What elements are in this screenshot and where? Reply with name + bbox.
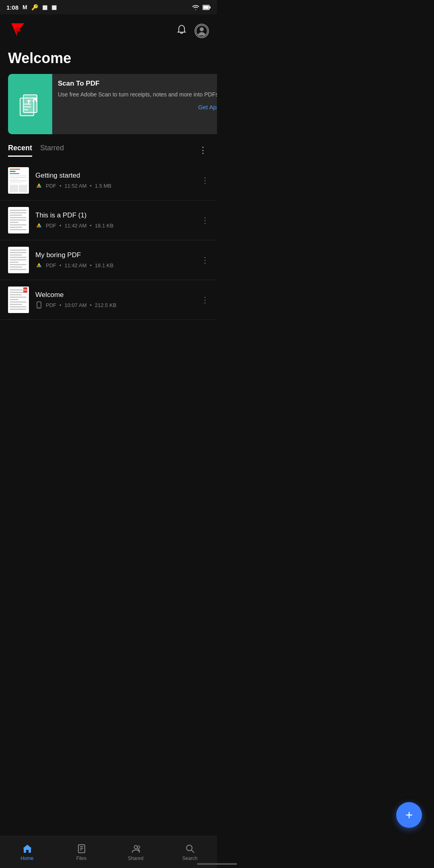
file-meta: PDF • 10:07 AM • 212.5 KB bbox=[35, 301, 197, 309]
file-name: Welcome bbox=[35, 291, 197, 299]
file-list: Getting started PDF • 11:52 AM • 1.5 MB … bbox=[0, 157, 217, 320]
promo-description: Use free Adobe Scan to turn receipts, no… bbox=[58, 91, 217, 99]
clock: 1:08 bbox=[6, 4, 18, 11]
file-time: 11:42 AM bbox=[65, 262, 87, 268]
wifi-icon bbox=[192, 4, 199, 10]
svg-rect-1 bbox=[210, 6, 211, 8]
file-size: 18.1 KB bbox=[95, 223, 113, 229]
file-item[interactable]: My boring PDF PDF • 11:42 AM • 18.1 KB ⋮ bbox=[0, 240, 217, 280]
file-size: 212.5 KB bbox=[95, 302, 117, 308]
welcome-title: Welcome bbox=[8, 50, 209, 67]
file-type: PDF bbox=[46, 302, 56, 308]
gmail-icon: M bbox=[23, 4, 27, 10]
header-actions bbox=[176, 24, 209, 38]
google-drive-icon bbox=[35, 262, 43, 269]
svg-point-14 bbox=[39, 307, 39, 308]
tab-starred[interactable]: Starred bbox=[40, 144, 64, 157]
notification-bell[interactable] bbox=[176, 24, 187, 38]
calendar-icon2: ▦ bbox=[51, 4, 57, 10]
file-type: PDF bbox=[46, 262, 56, 268]
file-info: My boring PDF PDF • 11:42 AM • 18.1 KB bbox=[35, 251, 197, 269]
app-header bbox=[0, 14, 217, 46]
file-time: 10:07 AM bbox=[65, 302, 87, 308]
file-item[interactable]: PDF Welcome PDF bbox=[0, 280, 217, 320]
file-info: Welcome PDF • 10:07 AM • 212.5 KB bbox=[35, 291, 197, 309]
file-meta: PDF • 11:52 AM • 1.5 MB bbox=[35, 182, 197, 189]
tabs-left: Recent Starred bbox=[8, 144, 64, 157]
file-thumbnail bbox=[8, 167, 29, 194]
promo-card-content: × Scan To PDF Use free Adobe Scan to tur… bbox=[52, 74, 217, 134]
file-more-button[interactable]: ⋮ bbox=[197, 295, 209, 305]
tab-recent[interactable]: Recent bbox=[8, 144, 32, 157]
file-type: PDF bbox=[46, 223, 56, 229]
svg-point-4 bbox=[200, 27, 204, 31]
tabs-section: Recent Starred ⋮ bbox=[0, 134, 217, 157]
promo-card-image bbox=[8, 74, 52, 134]
status-bar: 1:08 M 🔑 ▦ ▦ bbox=[0, 0, 217, 14]
file-size: 1.5 MB bbox=[95, 183, 111, 189]
file-info: Getting started PDF • 11:52 AM • 1.5 MB bbox=[35, 172, 197, 189]
tabs-more-button[interactable]: ⋮ bbox=[197, 145, 209, 156]
promo-close-button[interactable]: × bbox=[217, 78, 217, 86]
file-meta: PDF • 11:42 AM • 18.1 KB bbox=[35, 222, 197, 229]
file-name: This is a PDF (1) bbox=[35, 211, 197, 219]
key-icon: 🔑 bbox=[31, 4, 38, 10]
device-icon bbox=[35, 301, 43, 309]
file-time: 11:42 AM bbox=[65, 223, 87, 229]
file-more-button[interactable]: ⋮ bbox=[197, 176, 209, 185]
promo-card-scan[interactable]: × Scan To PDF Use free Adobe Scan to tur… bbox=[8, 74, 217, 134]
google-drive-icon bbox=[35, 182, 43, 189]
welcome-section: Welcome bbox=[0, 46, 217, 74]
svg-rect-2 bbox=[203, 6, 209, 9]
promo-title: Scan To PDF bbox=[58, 80, 217, 88]
adobe-logo bbox=[8, 20, 27, 42]
user-avatar[interactable] bbox=[194, 24, 209, 38]
file-meta: PDF • 11:42 AM • 18.1 KB bbox=[35, 262, 197, 269]
file-name: Getting started bbox=[35, 172, 197, 180]
file-type: PDF bbox=[46, 183, 56, 189]
file-item[interactable]: This is a PDF (1) PDF • 11:42 AM • 18.1 … bbox=[0, 201, 217, 240]
file-thumbnail bbox=[8, 207, 29, 233]
promo-row: × Scan To PDF Use free Adobe Scan to tur… bbox=[0, 74, 217, 134]
file-time: 11:52 AM bbox=[65, 183, 87, 189]
file-item[interactable]: Getting started PDF • 11:52 AM • 1.5 MB … bbox=[0, 161, 217, 201]
file-name: My boring PDF bbox=[35, 251, 197, 259]
google-drive-icon bbox=[35, 222, 43, 229]
calendar-icon1: ▦ bbox=[42, 4, 47, 10]
file-thumbnail bbox=[8, 247, 29, 273]
file-thumbnail: PDF bbox=[8, 287, 29, 313]
file-info: This is a PDF (1) PDF • 11:42 AM • 18.1 … bbox=[35, 211, 197, 229]
file-size: 18.1 KB bbox=[95, 262, 113, 268]
file-more-button[interactable]: ⋮ bbox=[197, 215, 209, 225]
promo-cta-button[interactable]: Get App bbox=[58, 104, 217, 111]
file-more-button[interactable]: ⋮ bbox=[197, 255, 209, 265]
battery-icon bbox=[203, 5, 211, 10]
